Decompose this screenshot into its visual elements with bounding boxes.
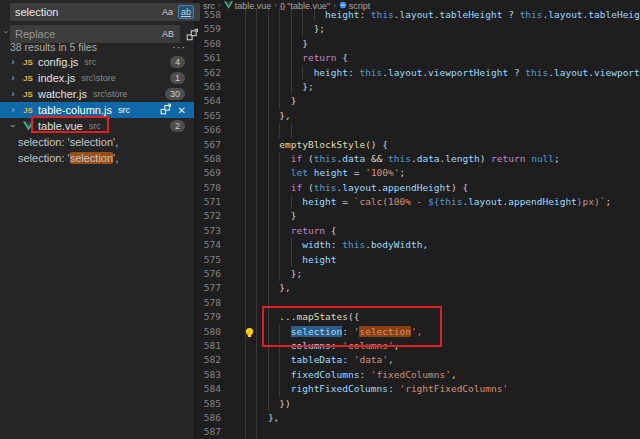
file-row-index.js[interactable]: ›JSindex.jssrc\store1 bbox=[0, 70, 194, 86]
code-line-578[interactable]: 578 bbox=[200, 296, 640, 310]
line-text: }; bbox=[245, 22, 325, 36]
code-line-573[interactable]: 573 return { bbox=[200, 224, 640, 238]
line-text: width: this.bodyWidth, bbox=[245, 238, 428, 252]
chevron-collapsed-icon[interactable]: › bbox=[8, 70, 18, 86]
breadcrumb-separator: › bbox=[333, 1, 336, 10]
replace-all-button[interactable] bbox=[186, 28, 199, 41]
line-number: 564 bbox=[200, 94, 221, 108]
code-line-583[interactable]: 583 fixedColumns: 'fixedColumns', bbox=[200, 368, 640, 382]
code-line-585[interactable]: 585 }) bbox=[200, 397, 640, 411]
code-line-577[interactable]: 577 }, bbox=[200, 281, 640, 295]
token: px)` bbox=[583, 196, 606, 207]
token: tableHeight bbox=[588, 9, 640, 20]
token: selection bbox=[291, 326, 342, 337]
line-text: }, bbox=[245, 281, 291, 295]
search-result-line-1[interactable]: selection: 'selection', bbox=[0, 134, 194, 150]
token: }, bbox=[279, 110, 290, 121]
code-line-570[interactable]: 570 if (this.layout.appendHeight) { bbox=[200, 181, 640, 195]
chevron-collapsed-icon[interactable]: › bbox=[8, 102, 18, 118]
code-line-566[interactable]: 566 bbox=[200, 123, 640, 137]
code-line-560[interactable]: 560 } bbox=[200, 37, 640, 51]
code-line-567[interactable]: 567 emptyBlockStyle() { bbox=[200, 138, 640, 152]
line-text: }, bbox=[245, 411, 279, 425]
token: appendHeight bbox=[382, 182, 451, 193]
token: : bbox=[348, 67, 359, 78]
code-line-581[interactable]: 581 columns: 'columns', bbox=[200, 339, 640, 353]
token: `calc(100% - bbox=[354, 196, 428, 207]
code-line-576[interactable]: 576 }; bbox=[200, 267, 640, 281]
code-line-563[interactable]: 563 }; bbox=[200, 80, 640, 94]
line-number: 583 bbox=[200, 368, 221, 382]
indent-guides bbox=[245, 353, 291, 367]
token: layout bbox=[548, 9, 582, 20]
code-line-582[interactable]: 582 tableData: 'data', bbox=[200, 353, 640, 367]
breadcrumb-label: "table.vue" bbox=[287, 1, 330, 11]
lightbulb-icon[interactable] bbox=[244, 325, 255, 343]
more-actions-button[interactable]: ··· bbox=[172, 43, 186, 51]
breadcrumb-item-table.vue[interactable]: {}"table.vue" bbox=[280, 1, 330, 11]
line-text: height = `calc(100% - ${this.layout.appe… bbox=[245, 195, 611, 209]
token: ( bbox=[302, 182, 313, 193]
replace-all-icon bbox=[186, 28, 199, 41]
indent-guides bbox=[245, 209, 291, 223]
result-text: selection: 'selection', bbox=[18, 136, 118, 148]
code-line-562[interactable]: 562 height: this.layout.viewportHeight ?… bbox=[200, 66, 640, 80]
file-name: config.js bbox=[38, 56, 78, 68]
chevron-collapsed-icon[interactable]: › bbox=[8, 86, 18, 102]
code-line-586[interactable]: 586 }, bbox=[200, 411, 640, 425]
token: columns bbox=[291, 340, 331, 351]
code-line-587[interactable]: 587 bbox=[200, 425, 640, 439]
code-line-575[interactable]: 575 height bbox=[200, 253, 640, 267]
code-line-574[interactable]: 574 width: this.bodyWidth, bbox=[200, 238, 640, 252]
file-row-watcher.js[interactable]: ›JSwatcher.jssrc\store30 bbox=[0, 86, 194, 102]
match-count-badge: 1 bbox=[170, 72, 185, 84]
code-line-568[interactable]: 568 if (this.data && this.data.length) r… bbox=[200, 152, 640, 166]
breadcrumb-item-table.vue[interactable]: table.vue bbox=[224, 1, 272, 11]
breadcrumb-item-src[interactable]: src bbox=[203, 1, 215, 11]
preserve-case-button[interactable]: AB bbox=[159, 27, 177, 41]
code-line-569[interactable]: 569 let height = '100%'; bbox=[200, 166, 640, 180]
chevron-collapsed-icon[interactable]: › bbox=[8, 54, 18, 70]
code-line-565[interactable]: 565 }, bbox=[200, 109, 640, 123]
line-text: tableData: 'data', bbox=[245, 353, 394, 367]
match-case-button[interactable]: Aa bbox=[159, 5, 176, 19]
dismiss-icon[interactable]: ✕ bbox=[178, 105, 186, 116]
line-number: 585 bbox=[200, 397, 221, 411]
code-line-572[interactable]: 572 } bbox=[200, 209, 640, 223]
replace-input[interactable] bbox=[15, 28, 157, 40]
code-editor: src›table.vue›{}"table.vue"›script 558 h… bbox=[200, 0, 640, 439]
token: } bbox=[291, 95, 297, 106]
vue-icon bbox=[224, 1, 233, 11]
token: '100%' bbox=[365, 167, 399, 178]
code-area[interactable]: 558 height: this.layout.tableHeight ? th… bbox=[200, 8, 640, 439]
file-row-table.vue[interactable]: ›table.vuesrc2 bbox=[0, 118, 194, 134]
code-line-559[interactable]: 559 }; bbox=[200, 22, 640, 36]
code-line-561[interactable]: 561 return { bbox=[200, 51, 640, 65]
token: ) bbox=[480, 153, 491, 164]
file-row-config.js[interactable]: ›JSconfig.jssrc4 bbox=[0, 54, 194, 70]
token: , bbox=[451, 369, 457, 380]
search-box: Aa ab .* bbox=[10, 3, 211, 21]
search-input[interactable] bbox=[15, 6, 157, 18]
token: viewportHeight bbox=[428, 67, 508, 78]
indent-guides bbox=[245, 109, 279, 123]
js-glyph: JS bbox=[23, 58, 33, 67]
code-line-584[interactable]: 584 rightFixedColumns: 'rightFixedColumn… bbox=[200, 382, 640, 396]
indent-guides bbox=[245, 425, 268, 439]
token: height bbox=[314, 67, 348, 78]
whole-word-button[interactable]: ab bbox=[178, 5, 194, 19]
code-line-580[interactable]: 580 selection: 'selection', bbox=[200, 325, 640, 339]
line-number: 573 bbox=[200, 224, 221, 238]
code-line-579[interactable]: 579 ...mapStates({ bbox=[200, 310, 640, 324]
code-line-571[interactable]: 571 height = `calc(100% - ${this.layout.… bbox=[200, 195, 640, 209]
breadcrumb-label: script bbox=[349, 1, 371, 11]
replace-all-icon[interactable] bbox=[160, 103, 172, 117]
search-result-line-2[interactable]: selection: 'selection', bbox=[0, 150, 194, 166]
token: height bbox=[302, 254, 336, 265]
token: return bbox=[302, 52, 336, 63]
chevron-expanded-icon[interactable]: › bbox=[5, 121, 21, 131]
token: = bbox=[337, 196, 354, 207]
code-line-564[interactable]: 564 } bbox=[200, 94, 640, 108]
file-row-table-column.js[interactable]: ›JStable-column.jssrc✕ bbox=[0, 102, 194, 118]
breadcrumb-item-script[interactable]: script bbox=[339, 1, 371, 11]
